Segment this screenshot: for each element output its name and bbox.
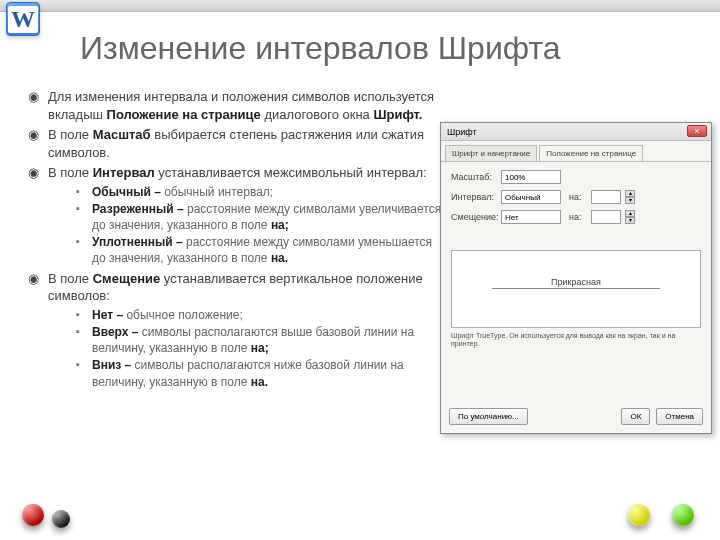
dialog-titlebar[interactable]: Шрифт × bbox=[441, 123, 711, 141]
text: диалогового окна bbox=[261, 107, 374, 122]
chevron-down-icon: ▾ bbox=[625, 197, 635, 204]
text-bold: Обычный – bbox=[92, 185, 161, 199]
label-scale: Масштаб: bbox=[451, 172, 497, 182]
text-bold: Положение на странице bbox=[107, 107, 261, 122]
row-shift: Смещение: Нет на: ▴▾ bbox=[451, 210, 701, 224]
scale-input[interactable]: 100% bbox=[501, 170, 561, 184]
interval-input[interactable]: Обычный bbox=[501, 190, 561, 204]
row-scale: Масштаб: 100% bbox=[451, 170, 701, 184]
sub-item: Уплотненный – расстояние между символами… bbox=[76, 234, 448, 266]
slide-content: Для изменения интервала и положения симв… bbox=[28, 88, 448, 393]
word-app-icon: W bbox=[6, 2, 40, 36]
text-bold: Интервал bbox=[93, 165, 155, 180]
ok-button[interactable]: ОК bbox=[621, 408, 650, 425]
dialog-title: Шрифт bbox=[447, 127, 477, 137]
text-bold: Вверх – bbox=[92, 325, 138, 339]
tab-position[interactable]: Положение на странице bbox=[539, 145, 643, 161]
chevron-up-icon: ▴ bbox=[625, 190, 635, 197]
sub-item: Разреженный – расстояние между символами… bbox=[76, 201, 448, 233]
text-bold: Вниз – bbox=[92, 358, 131, 372]
text-bold: Шрифт. bbox=[373, 107, 422, 122]
shift-na-input[interactable] bbox=[591, 210, 621, 224]
text-bold: Смещение bbox=[93, 271, 161, 286]
text: устанавливается межсимвольный интервал: bbox=[155, 165, 427, 180]
bullet-item: Для изменения интервала и положения симв… bbox=[28, 88, 448, 123]
close-icon: × bbox=[694, 126, 699, 136]
text-bold: на. bbox=[251, 375, 268, 389]
text-bold: на. bbox=[271, 251, 288, 265]
default-button[interactable]: По умолчанию... bbox=[449, 408, 528, 425]
row-interval: Интервал: Обычный на: ▴▾ bbox=[451, 190, 701, 204]
chevron-up-icon: ▴ bbox=[625, 210, 635, 217]
bullet-list-sub: Нет – обычное положение; Вверх – символы… bbox=[76, 307, 448, 390]
font-dialog: Шрифт × Шрифт и начертание Положение на … bbox=[440, 122, 712, 434]
spinner[interactable]: ▴▾ bbox=[625, 190, 635, 204]
preview-box: Прикрасная bbox=[451, 250, 701, 328]
preview-text: Прикрасная bbox=[492, 277, 660, 289]
dialog-buttons: По умолчанию... ОК Отмена bbox=[449, 408, 703, 425]
close-button[interactable]: × bbox=[687, 125, 707, 137]
sub-item: Вниз – символы располагаются ниже базово… bbox=[76, 357, 448, 389]
spinner[interactable]: ▴▾ bbox=[625, 210, 635, 224]
interval-na-input[interactable] bbox=[591, 190, 621, 204]
nav-dot-red[interactable] bbox=[22, 504, 44, 526]
dialog-body: Масштаб: 100% Интервал: Обычный на: ▴▾ С… bbox=[441, 162, 711, 357]
text-bold: на; bbox=[271, 218, 289, 232]
sub-item: Обычный – обычный интервал; bbox=[76, 184, 448, 200]
text: обычный интервал; bbox=[161, 185, 273, 199]
shift-input[interactable]: Нет bbox=[501, 210, 561, 224]
text: В поле bbox=[48, 271, 93, 286]
bullet-item: В поле Интервал устанавливается межсимво… bbox=[28, 164, 448, 266]
text: символы располагаются ниже базовой линии… bbox=[92, 358, 404, 388]
cancel-button[interactable]: Отмена bbox=[656, 408, 703, 425]
window-top-bar bbox=[0, 0, 720, 12]
text: В поле bbox=[48, 165, 93, 180]
label-na: на: bbox=[569, 212, 587, 222]
nav-dot-yellow[interactable] bbox=[628, 504, 650, 526]
bullet-list-main: Для изменения интервала и положения симв… bbox=[28, 88, 448, 390]
text: обычное положение; bbox=[123, 308, 243, 322]
sub-item: Вверх – символы располагаются выше базов… bbox=[76, 324, 448, 356]
button-group: ОК Отмена bbox=[621, 408, 703, 425]
slide-title: Изменение интервалов Шрифта bbox=[80, 30, 560, 67]
bullet-item: В поле Масштаб выбирается степень растяж… bbox=[28, 126, 448, 161]
text: В поле bbox=[48, 127, 93, 142]
dialog-tabs: Шрифт и начертание Положение на странице bbox=[441, 141, 711, 162]
tab-font[interactable]: Шрифт и начертание bbox=[445, 145, 537, 161]
nav-dot-green[interactable] bbox=[672, 504, 694, 526]
text-bold: на; bbox=[251, 341, 269, 355]
bullet-item: В поле Смещение устанавливается вертикал… bbox=[28, 270, 448, 390]
truetype-hint: Шрифт TrueType. Он используется для выво… bbox=[451, 332, 701, 349]
sub-item: Нет – обычное положение; bbox=[76, 307, 448, 323]
label-interval: Интервал: bbox=[451, 192, 497, 202]
word-letter: W bbox=[8, 6, 38, 33]
chevron-down-icon: ▾ bbox=[625, 217, 635, 224]
nav-dot-black[interactable] bbox=[52, 510, 70, 528]
label-na: на: bbox=[569, 192, 587, 202]
label-shift: Смещение: bbox=[451, 212, 497, 222]
text-bold: Нет – bbox=[92, 308, 123, 322]
text-bold: Уплотненный – bbox=[92, 235, 183, 249]
text-bold: Разреженный – bbox=[92, 202, 184, 216]
text-bold: Масштаб bbox=[93, 127, 151, 142]
bullet-list-sub: Обычный – обычный интервал; Разреженный … bbox=[76, 184, 448, 267]
